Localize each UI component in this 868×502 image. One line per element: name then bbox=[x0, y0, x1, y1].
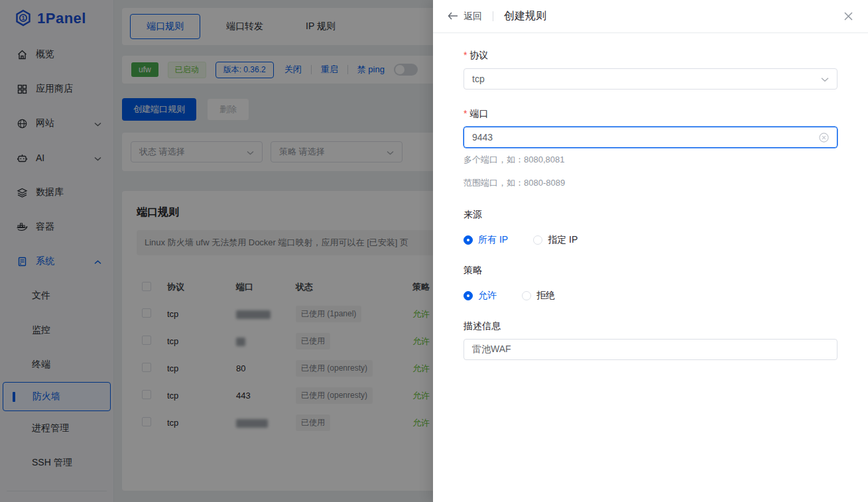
screen: 1 1Panel 概览 应用商店 网站 AI 数据库 容器 bbox=[0, 0, 868, 502]
radio-allow[interactable]: 允许 bbox=[464, 290, 497, 302]
description-label: 描述信息 bbox=[464, 320, 837, 332]
create-rule-drawer: 返回 创建规则 协议 tcp 端口 9443 多个端口，如：8080,8081 … bbox=[433, 0, 868, 502]
back-button[interactable]: 返回 bbox=[448, 11, 482, 23]
policy-radio-group: 允许 拒绝 bbox=[464, 290, 837, 302]
drawer-header: 返回 创建规则 bbox=[433, 0, 868, 33]
protocol-value: tcp bbox=[472, 74, 485, 84]
radio-label: 允许 bbox=[478, 290, 497, 302]
port-help-multiple: 多个端口，如：8080,8081 bbox=[464, 154, 837, 166]
back-label: 返回 bbox=[464, 11, 482, 23]
chevron-down-icon bbox=[821, 74, 829, 84]
radio-dot-icon bbox=[464, 291, 473, 300]
radio-deny[interactable]: 拒绝 bbox=[522, 290, 555, 302]
radio-label: 拒绝 bbox=[536, 290, 555, 302]
clear-circle-icon[interactable] bbox=[819, 133, 829, 143]
radio-dot-icon bbox=[522, 291, 531, 300]
port-label: 端口 bbox=[464, 108, 837, 120]
port-value: 9443 bbox=[472, 132, 493, 143]
source-radio-group: 所有 IP 指定 IP bbox=[464, 234, 837, 246]
radio-label: 所有 IP bbox=[478, 234, 508, 246]
radio-dot-icon bbox=[464, 235, 473, 245]
description-input[interactable]: 雷池WAF bbox=[464, 339, 837, 360]
port-help-range: 范围端口，如：8080-8089 bbox=[464, 177, 837, 189]
radio-specified-ip[interactable]: 指定 IP bbox=[533, 234, 578, 246]
arrow-left-icon bbox=[448, 11, 458, 22]
protocol-select[interactable]: tcp bbox=[464, 68, 837, 90]
protocol-label: 协议 bbox=[464, 50, 488, 60]
divider bbox=[493, 11, 493, 21]
drawer-body: 协议 tcp 端口 9443 多个端口，如：8080,8081 范围端口，如：8… bbox=[433, 33, 868, 360]
description-value: 雷池WAF bbox=[472, 344, 511, 355]
source-label: 来源 bbox=[464, 209, 837, 221]
radio-all-ip[interactable]: 所有 IP bbox=[464, 234, 508, 246]
close-icon[interactable] bbox=[843, 11, 853, 21]
radio-dot-icon bbox=[533, 235, 542, 245]
policy-label: 策略 bbox=[464, 265, 837, 277]
drawer-title: 创建规则 bbox=[504, 9, 546, 23]
radio-label: 指定 IP bbox=[548, 234, 578, 246]
port-input[interactable]: 9443 bbox=[464, 127, 837, 148]
